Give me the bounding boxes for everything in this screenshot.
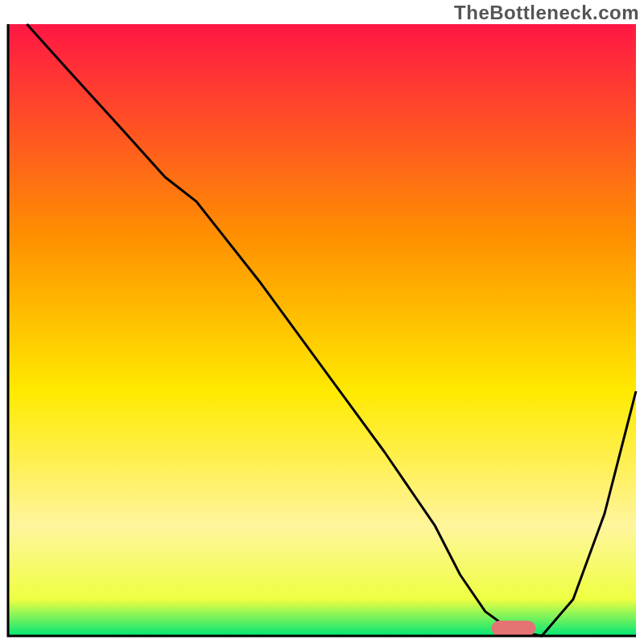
- watermark-text: TheBottleneck.com: [454, 2, 639, 24]
- bottleneck-chart: [0, 0, 644, 644]
- chart-container: TheBottleneck.com: [0, 0, 644, 644]
- chart-background: [8, 24, 636, 636]
- optimal-range-marker: [492, 621, 536, 636]
